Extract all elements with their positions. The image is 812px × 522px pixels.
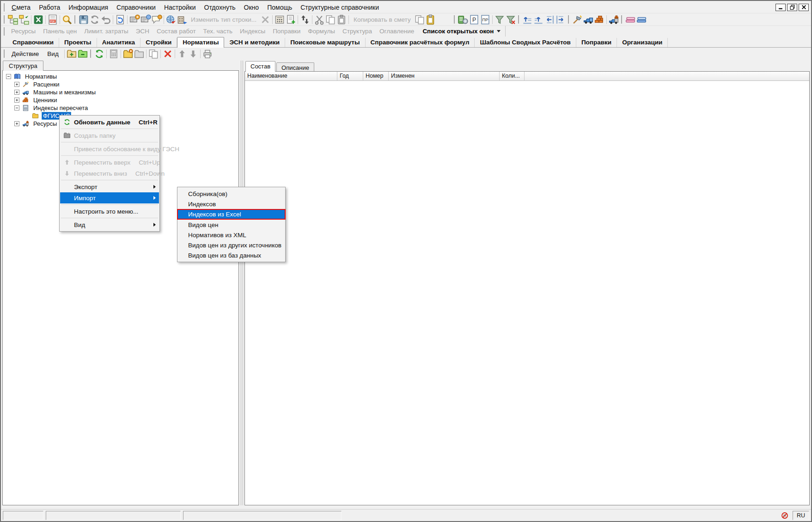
- machines-icon[interactable]: [583, 14, 594, 25]
- panel-formuly[interactable]: Формулы: [304, 28, 339, 35]
- indent-left-icon[interactable]: [544, 14, 555, 25]
- tab-poiskovye-marshruty[interactable]: Поисковые маршруты: [285, 38, 365, 47]
- tab-spravochniki[interactable]: Справочники: [7, 38, 59, 47]
- change-row-type-label[interactable]: Изменить тип строки...: [188, 16, 260, 23]
- toolbar-grip[interactable]: [4, 3, 5, 12]
- tab-spravochnik-raschetnyh-formul[interactable]: Справочник расчётных формул: [366, 38, 475, 47]
- sheet-plus-icon[interactable]: [285, 14, 296, 25]
- submenu-item-vidov-cen-drugih[interactable]: Видов цен из других источников: [178, 240, 285, 250]
- menu-item-refresh-data[interactable]: Обновить данные Ctrl+R: [60, 117, 159, 128]
- tab-normativy[interactable]: Нормативы: [177, 37, 224, 48]
- panel-esn[interactable]: ЭСН: [132, 28, 153, 35]
- calculator-gray-icon[interactable]: [108, 49, 119, 59]
- menu-okno[interactable]: Окно: [240, 3, 263, 12]
- cut-icon[interactable]: [314, 14, 325, 25]
- indent-up-2-icon[interactable]: [533, 14, 544, 25]
- tree-item-indeksy-perescheta[interactable]: Индексы пересчета: [4, 104, 238, 112]
- submenu-item-vidov-cen-baz[interactable]: Видов цен из баз данных: [178, 250, 285, 260]
- search-icon[interactable]: [61, 14, 73, 25]
- undo-icon[interactable]: [100, 14, 111, 25]
- minimize-button[interactable]: [775, 4, 786, 11]
- copy-pages-icon[interactable]: [414, 14, 425, 25]
- copy-icon[interactable]: [148, 49, 159, 59]
- close-button[interactable]: [799, 4, 809, 11]
- toolbar-grip[interactable]: [568, 15, 569, 24]
- menu-strukturnye-spravochniki[interactable]: Структурные справочники: [296, 3, 383, 12]
- bricks-icon[interactable]: [594, 14, 605, 25]
- submenu-item-vidov-cen[interactable]: Видов цен: [178, 220, 285, 230]
- menu-informacia[interactable]: Информация: [64, 3, 112, 12]
- menu-item-customize-menu[interactable]: Настроить это меню...: [60, 206, 159, 217]
- refresh-icon[interactable]: [89, 14, 100, 25]
- clipboard-icon[interactable]: [425, 14, 436, 25]
- panel-sostav-rabot[interactable]: Состав работ: [153, 28, 200, 35]
- menu-item-gesn-justification[interactable]: Привести обоснование к виду ГЭСН: [60, 143, 159, 154]
- gear-catalog-icon[interactable]: [458, 14, 469, 25]
- toolbar-grip[interactable]: [4, 15, 5, 24]
- column-header-nomer[interactable]: Номер: [363, 72, 389, 80]
- row-type-1-icon[interactable]: [129, 14, 140, 25]
- menu-pomosch[interactable]: Помощь: [263, 3, 296, 12]
- tab-sostav[interactable]: Состав: [245, 61, 275, 72]
- tab-popravki[interactable]: Поправки: [576, 38, 617, 47]
- collapse-expander-icon[interactable]: [6, 74, 11, 79]
- folder-minus-icon[interactable]: [77, 49, 88, 59]
- calc-sheet-icon[interactable]: [274, 14, 285, 25]
- books-pink-icon[interactable]: [625, 14, 636, 25]
- structure-arrow-icon[interactable]: [18, 14, 30, 25]
- expand-expander-icon[interactable]: [14, 98, 19, 103]
- clear-row-type-icon[interactable]: [260, 14, 271, 25]
- tab-esn-i-metodiki[interactable]: ЭСН и методики: [224, 38, 285, 47]
- column-header-kolichestvo[interactable]: Коли...: [500, 72, 525, 80]
- tab-organizacii[interactable]: Организации: [617, 38, 668, 47]
- panel-panel-cen[interactable]: Панель цен: [39, 28, 80, 35]
- folder-new-icon[interactable]: [122, 49, 134, 59]
- toolbar-grip[interactable]: [4, 49, 5, 58]
- toolbar-grip[interactable]: [454, 15, 455, 24]
- tree-item-cenniki[interactable]: Ценники: [4, 96, 238, 104]
- pdf-export-icon[interactable]: PDF: [47, 14, 58, 25]
- tab-stroyki[interactable]: Стройки: [140, 38, 177, 47]
- collapse-expander-icon[interactable]: [14, 105, 19, 111]
- price-pr-icon[interactable]: ПР: [480, 14, 491, 25]
- copy-icon[interactable]: [325, 14, 336, 25]
- toolbar-grip[interactable]: [90, 49, 91, 58]
- folder-gray-icon[interactable]: [134, 49, 145, 59]
- folder-plus-icon[interactable]: [66, 49, 77, 59]
- restore-button[interactable]: [787, 4, 797, 11]
- keyboard-layout-indicator[interactable]: RU: [793, 511, 809, 520]
- submenu-item-sbornika[interactable]: Сборника(ов): [178, 189, 285, 199]
- indent-up-icon[interactable]: [522, 14, 533, 25]
- delete-icon[interactable]: [162, 49, 173, 59]
- toolbar-grip[interactable]: [74, 15, 75, 24]
- tree-item-rascenki[interactable]: Расценки: [4, 80, 238, 88]
- panel-indeksy[interactable]: Индексы: [236, 28, 269, 35]
- panel-popravki[interactable]: Поправки: [269, 28, 304, 35]
- expand-expander-icon[interactable]: [14, 90, 19, 95]
- panel-limit-zatraty[interactable]: Лимит. затраты: [80, 28, 132, 35]
- panel-teh-chast[interactable]: Тех. часть: [200, 28, 236, 35]
- menu-item-view[interactable]: Вид: [60, 219, 159, 230]
- menu-item-move-down[interactable]: Переместить вниз Ctrl+Down: [60, 168, 159, 179]
- tab-shablony-svodnyh-raschetov[interactable]: Шаблоны Сводных Расчётов: [475, 38, 576, 47]
- menu-deystvie[interactable]: Действие: [7, 49, 43, 58]
- tree-item-normativy[interactable]: Нормативы: [4, 73, 238, 80]
- menu-item-export[interactable]: Экспорт: [60, 181, 159, 192]
- send-globe-icon[interactable]: [165, 14, 177, 25]
- price-p-icon[interactable]: P: [469, 14, 480, 25]
- reload-document-icon[interactable]: [115, 14, 126, 25]
- tab-analitika[interactable]: Аналитика: [97, 38, 140, 47]
- excel-export-icon[interactable]: [33, 14, 44, 25]
- structure-tree-icon[interactable]: [7, 14, 18, 25]
- indent-left-2-icon[interactable]: [555, 14, 566, 25]
- panel-oglavlenie[interactable]: Оглавление: [376, 28, 418, 35]
- column-header-naimenovanie[interactable]: Наименование: [245, 72, 337, 80]
- menu-otdohnut[interactable]: Отдохнуть: [200, 3, 240, 12]
- menu-rabota[interactable]: Работа: [35, 3, 64, 12]
- resources-truck-icon[interactable]: [608, 14, 619, 25]
- copy-to-estimate-label[interactable]: Копировать в смету: [350, 16, 414, 23]
- tab-opisanie[interactable]: Описание: [276, 62, 314, 72]
- submenu-item-indeksov[interactable]: Индексов: [178, 199, 285, 209]
- panel-struktura[interactable]: Структура: [339, 28, 376, 35]
- column-header-izmenen[interactable]: Изменен: [389, 72, 500, 80]
